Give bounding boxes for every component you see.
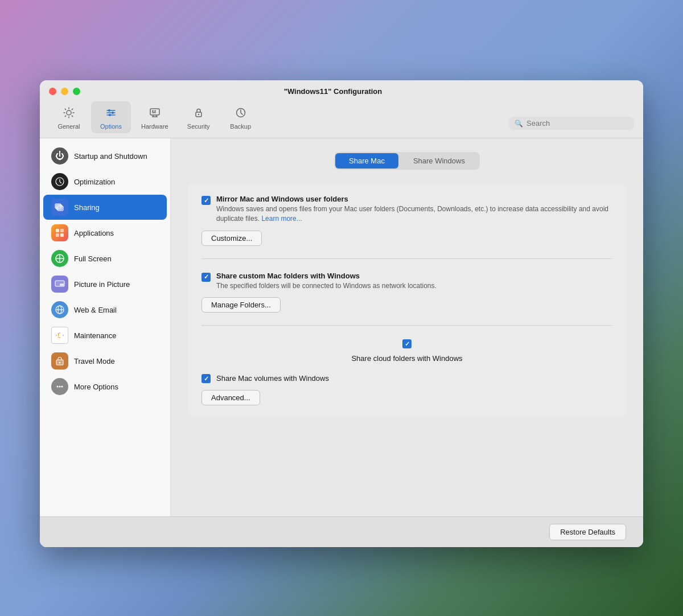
svg-text:!: !	[57, 332, 59, 339]
sidebar-item-applications[interactable]: Applications	[43, 220, 167, 245]
titlebar: "Windows11" Configuration General	[40, 80, 643, 138]
checkbox-volumes[interactable]	[201, 374, 211, 383]
close-button[interactable]	[49, 88, 56, 95]
security-label: Security	[187, 123, 210, 130]
fullscreen-icon	[51, 250, 68, 267]
backup-label: Backup	[230, 123, 251, 130]
sidebar-label-startup: Startup and Shutdown	[74, 152, 147, 161]
sidebar-item-maintenance[interactable]: ! Maintenance	[43, 323, 167, 348]
sidebar-label-pip: Picture in Picture	[74, 280, 130, 289]
svg-point-38	[59, 386, 61, 388]
bottom-bar: Restore Defaults	[40, 516, 643, 547]
maximize-button[interactable]	[73, 88, 80, 95]
option-desc-custom: The specified folders will be connected …	[216, 281, 612, 291]
sidebar-label-travel: Travel Mode	[74, 357, 115, 366]
svg-rect-9	[154, 110, 156, 112]
sidebar-item-fullscreen[interactable]: Full Screen	[43, 246, 167, 271]
security-icon	[191, 105, 207, 121]
window-title: "Windows11" Configuration	[80, 87, 586, 96]
option-desc-mirror: Windows saves and opens files from your …	[216, 204, 612, 224]
option-title-volumes: Share Mac volumes with Windows	[216, 374, 329, 383]
checkbox-mirror[interactable]	[201, 196, 211, 205]
svg-point-4	[108, 109, 110, 112]
svg-point-5	[112, 112, 114, 114]
learn-more-link[interactable]: Learn more...	[261, 215, 302, 223]
startup-icon: ⏻	[51, 147, 68, 165]
toolbar-general[interactable]: General	[49, 101, 89, 133]
svg-point-15	[198, 114, 199, 115]
option-share-cloud: Share cloud folders with Windows	[201, 338, 612, 363]
sidebar-label-maintenance: Maintenance	[74, 331, 116, 340]
toolbar-options[interactable]: Options	[91, 101, 131, 133]
svg-rect-10	[152, 112, 156, 113]
svg-rect-29	[60, 284, 64, 286]
svg-rect-23	[56, 233, 59, 237]
sidebar: ⏻ Startup and Shutdown Optimization	[40, 138, 171, 516]
checkbox-share-custom[interactable]	[201, 273, 211, 282]
sidebar-item-optimization[interactable]: Optimization	[43, 169, 167, 194]
option-share-volumes: Share Mac volumes with Windows Advanced.…	[201, 373, 612, 405]
content-inner: Mirror Mac and Windows user folders Wind…	[188, 183, 626, 417]
sidebar-item-pip[interactable]: Picture in Picture	[43, 272, 167, 297]
toolbar-backup[interactable]: Backup	[221, 101, 261, 133]
search-icon: 🔍	[515, 120, 523, 128]
advanced-button[interactable]: Advanced...	[201, 390, 260, 405]
sidebar-item-sharing[interactable]: Sharing	[43, 195, 167, 220]
sidebar-label-more: More Options	[74, 383, 118, 391]
minimize-button[interactable]	[61, 88, 68, 95]
general-label: General	[57, 123, 80, 130]
option-mirror-folders: Mirror Mac and Windows user folders Wind…	[201, 195, 612, 246]
tab-bar: Share Mac Share Windows	[188, 152, 626, 170]
svg-point-37	[57, 386, 59, 388]
more-icon	[51, 378, 68, 395]
manage-folders-button[interactable]: Manage Folders...	[201, 297, 281, 313]
toolbar-security[interactable]: Security	[179, 101, 219, 133]
divider-2	[201, 325, 612, 326]
svg-rect-22	[60, 229, 64, 232]
sidebar-item-more[interactable]: More Options	[43, 374, 167, 399]
toolbar: General Options	[49, 101, 634, 138]
sidebar-label-web: Web & Email	[74, 306, 117, 314]
sidebar-item-startup[interactable]: ⏻ Startup and Shutdown	[43, 143, 167, 169]
svg-rect-8	[152, 110, 154, 112]
main-content: ⏻ Startup and Shutdown Optimization	[40, 138, 643, 516]
option-main-custom: Share custom Mac folders with Windows Th…	[201, 272, 612, 291]
option-share-custom: Share custom Mac folders with Windows Th…	[201, 272, 612, 313]
svg-rect-24	[60, 233, 64, 237]
backup-icon	[233, 105, 249, 121]
search-input[interactable]	[526, 119, 628, 128]
hardware-label: Hardware	[141, 123, 168, 130]
sidebar-item-travel[interactable]: Travel Mode	[43, 348, 167, 373]
svg-point-0	[67, 110, 71, 115]
sidebar-label-fullscreen: Full Screen	[74, 254, 112, 263]
svg-point-36	[59, 362, 61, 364]
sidebar-item-web[interactable]: Web & Email	[43, 297, 167, 322]
hardware-icon	[147, 105, 163, 121]
sidebar-label-applications: Applications	[74, 229, 114, 237]
search-box[interactable]: 🔍	[509, 117, 634, 130]
app-window: "Windows11" Configuration General	[40, 80, 643, 547]
option-title-custom: Share custom Mac folders with Windows	[216, 272, 612, 280]
svg-rect-7	[150, 109, 159, 115]
option-main-mirror: Mirror Mac and Windows user folders Wind…	[201, 195, 612, 224]
divider-1	[201, 258, 612, 259]
svg-point-39	[61, 386, 63, 388]
maintenance-icon: !	[51, 327, 68, 344]
window-controls	[49, 88, 80, 95]
toolbar-hardware[interactable]: Hardware	[133, 101, 176, 133]
travel-icon	[51, 352, 68, 369]
checkbox-cloud[interactable]	[402, 339, 412, 348]
restore-defaults-button[interactable]: Restore Defaults	[549, 524, 626, 540]
customize-button[interactable]: Customize...	[201, 231, 262, 246]
option-text-custom: Share custom Mac folders with Windows Th…	[216, 272, 612, 291]
options-label: Options	[100, 123, 122, 130]
tab-share-windows[interactable]: Share Windows	[400, 153, 479, 169]
web-icon	[51, 301, 68, 318]
applications-icon	[51, 224, 68, 241]
tab-share-mac[interactable]: Share Mac	[335, 153, 398, 169]
svg-rect-21	[56, 229, 59, 232]
general-icon	[61, 105, 77, 121]
sidebar-label-optimization: Optimization	[74, 178, 115, 186]
content-panel: Share Mac Share Windows Mirror Mac and W…	[171, 138, 643, 516]
svg-rect-20	[57, 206, 63, 211]
